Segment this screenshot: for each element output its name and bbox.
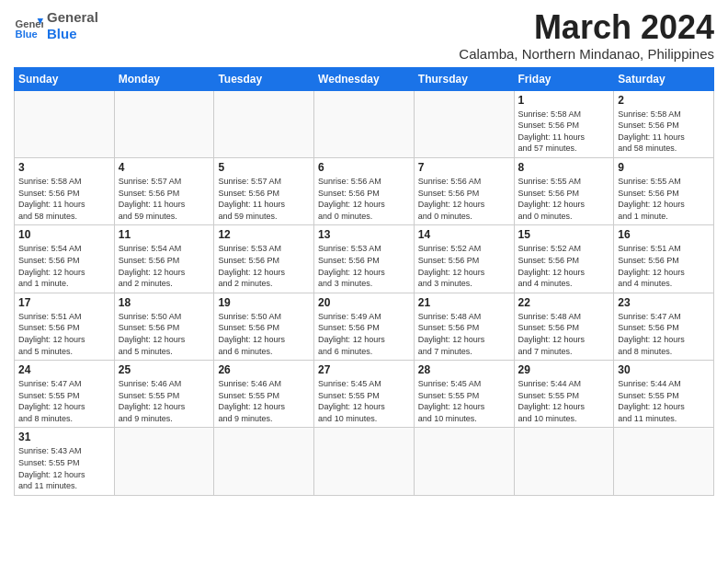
weekday-header-thursday: Thursday xyxy=(414,67,514,90)
calendar-cell: 4Sunrise: 5:57 AM Sunset: 5:56 PM Daylig… xyxy=(114,157,214,224)
cell-info: Sunrise: 5:52 AM Sunset: 5:56 PM Dayligh… xyxy=(518,243,610,289)
calendar-cell: 11Sunrise: 5:54 AM Sunset: 5:56 PM Dayli… xyxy=(114,225,214,293)
week-row-2: 10Sunrise: 5:54 AM Sunset: 5:56 PM Dayli… xyxy=(15,225,714,293)
weekday-header-sunday: Sunday xyxy=(15,67,115,90)
calendar-cell xyxy=(214,428,314,495)
calendar-cell: 18Sunrise: 5:50 AM Sunset: 5:56 PM Dayli… xyxy=(114,293,214,360)
cell-info: Sunrise: 5:47 AM Sunset: 5:55 PM Dayligh… xyxy=(18,378,110,424)
day-number: 15 xyxy=(518,228,610,241)
calendar-cell: 9Sunrise: 5:55 AM Sunset: 5:56 PM Daylig… xyxy=(614,157,714,224)
day-number: 29 xyxy=(518,363,610,376)
weekday-header-friday: Friday xyxy=(514,67,614,90)
cell-info: Sunrise: 5:51 AM Sunset: 5:56 PM Dayligh… xyxy=(618,243,710,289)
cell-info: Sunrise: 5:46 AM Sunset: 5:55 PM Dayligh… xyxy=(218,378,310,424)
weekday-header-row: SundayMondayTuesdayWednesdayThursdayFrid… xyxy=(15,67,714,90)
cell-info: Sunrise: 5:52 AM Sunset: 5:56 PM Dayligh… xyxy=(418,243,510,289)
calendar-cell xyxy=(114,90,214,157)
day-number: 11 xyxy=(119,228,210,241)
day-number: 26 xyxy=(218,363,310,376)
calendar-cell: 29Sunrise: 5:44 AM Sunset: 5:55 PM Dayli… xyxy=(514,361,614,428)
day-number: 18 xyxy=(119,296,210,309)
calendar-cell: 27Sunrise: 5:45 AM Sunset: 5:55 PM Dayli… xyxy=(314,361,415,428)
day-number: 10 xyxy=(18,228,110,241)
day-number: 13 xyxy=(318,228,410,241)
day-number: 28 xyxy=(418,363,510,376)
day-number: 8 xyxy=(518,161,610,174)
cell-info: Sunrise: 5:51 AM Sunset: 5:56 PM Dayligh… xyxy=(18,311,110,357)
day-number: 17 xyxy=(18,296,110,309)
cell-info: Sunrise: 5:48 AM Sunset: 5:56 PM Dayligh… xyxy=(518,311,610,357)
month-title: March 2024 xyxy=(459,9,714,46)
weekday-header-wednesday: Wednesday xyxy=(314,67,415,90)
calendar-cell: 17Sunrise: 5:51 AM Sunset: 5:56 PM Dayli… xyxy=(15,293,115,360)
cell-info: Sunrise: 5:55 AM Sunset: 5:56 PM Dayligh… xyxy=(618,176,710,222)
weekday-header-monday: Monday xyxy=(114,67,214,90)
day-number: 9 xyxy=(618,161,710,174)
calendar-cell xyxy=(314,428,415,495)
cell-info: Sunrise: 5:55 AM Sunset: 5:56 PM Dayligh… xyxy=(518,176,610,222)
cell-info: Sunrise: 5:49 AM Sunset: 5:56 PM Dayligh… xyxy=(318,311,410,357)
day-number: 23 xyxy=(618,296,710,309)
logo-icon: General Blue xyxy=(14,11,43,40)
week-row-1: 3Sunrise: 5:58 AM Sunset: 5:56 PM Daylig… xyxy=(15,157,714,224)
logo-general: General xyxy=(47,9,98,26)
cell-info: Sunrise: 5:44 AM Sunset: 5:55 PM Dayligh… xyxy=(618,378,710,424)
cell-info: Sunrise: 5:50 AM Sunset: 5:56 PM Dayligh… xyxy=(119,311,210,357)
day-number: 3 xyxy=(18,161,110,174)
week-row-3: 17Sunrise: 5:51 AM Sunset: 5:56 PM Dayli… xyxy=(15,293,714,360)
calendar-cell: 31Sunrise: 5:43 AM Sunset: 5:55 PM Dayli… xyxy=(15,428,115,495)
day-number: 21 xyxy=(418,296,510,309)
calendar-cell: 30Sunrise: 5:44 AM Sunset: 5:55 PM Dayli… xyxy=(614,361,714,428)
day-number: 6 xyxy=(318,161,410,174)
cell-info: Sunrise: 5:58 AM Sunset: 5:56 PM Dayligh… xyxy=(618,109,710,155)
calendar-cell xyxy=(614,428,714,495)
day-number: 22 xyxy=(518,296,610,309)
calendar-cell: 13Sunrise: 5:53 AM Sunset: 5:56 PM Dayli… xyxy=(314,225,415,293)
day-number: 14 xyxy=(418,228,510,241)
cell-info: Sunrise: 5:47 AM Sunset: 5:56 PM Dayligh… xyxy=(618,311,710,357)
day-number: 5 xyxy=(218,161,310,174)
day-number: 2 xyxy=(618,94,710,107)
day-number: 31 xyxy=(18,431,110,443)
calendar-cell xyxy=(314,90,415,157)
title-section: March 2024 Calamba, Northern Mindanao, P… xyxy=(459,9,714,62)
cell-info: Sunrise: 5:53 AM Sunset: 5:56 PM Dayligh… xyxy=(218,243,310,289)
weekday-header-tuesday: Tuesday xyxy=(214,67,314,90)
calendar-cell: 3Sunrise: 5:58 AM Sunset: 5:56 PM Daylig… xyxy=(15,157,115,224)
calendar-cell xyxy=(214,90,314,157)
calendar-cell xyxy=(414,428,514,495)
cell-info: Sunrise: 5:57 AM Sunset: 5:56 PM Dayligh… xyxy=(218,176,310,222)
day-number: 30 xyxy=(618,363,710,376)
location-title: Calamba, Northern Mindanao, Philippines xyxy=(459,46,714,62)
calendar-cell: 15Sunrise: 5:52 AM Sunset: 5:56 PM Dayli… xyxy=(514,225,614,293)
cell-info: Sunrise: 5:58 AM Sunset: 5:56 PM Dayligh… xyxy=(518,109,610,155)
day-number: 20 xyxy=(318,296,410,309)
week-row-4: 24Sunrise: 5:47 AM Sunset: 5:55 PM Dayli… xyxy=(15,361,714,428)
calendar-cell xyxy=(114,428,214,495)
calendar-cell: 1Sunrise: 5:58 AM Sunset: 5:56 PM Daylig… xyxy=(514,90,614,157)
day-number: 1 xyxy=(518,94,610,107)
day-number: 27 xyxy=(318,363,410,376)
calendar-cell: 28Sunrise: 5:45 AM Sunset: 5:55 PM Dayli… xyxy=(414,361,514,428)
cell-info: Sunrise: 5:57 AM Sunset: 5:56 PM Dayligh… xyxy=(119,176,210,222)
day-number: 4 xyxy=(119,161,210,174)
logo: General Blue General Blue xyxy=(14,9,98,42)
cell-info: Sunrise: 5:54 AM Sunset: 5:56 PM Dayligh… xyxy=(18,243,110,289)
svg-text:Blue: Blue xyxy=(16,29,38,40)
cell-info: Sunrise: 5:45 AM Sunset: 5:55 PM Dayligh… xyxy=(418,378,510,424)
week-row-5: 31Sunrise: 5:43 AM Sunset: 5:55 PM Dayli… xyxy=(15,428,714,495)
calendar-cell: 12Sunrise: 5:53 AM Sunset: 5:56 PM Dayli… xyxy=(214,225,314,293)
week-row-0: 1Sunrise: 5:58 AM Sunset: 5:56 PM Daylig… xyxy=(15,90,714,157)
calendar-cell: 16Sunrise: 5:51 AM Sunset: 5:56 PM Dayli… xyxy=(614,225,714,293)
calendar-cell: 26Sunrise: 5:46 AM Sunset: 5:55 PM Dayli… xyxy=(214,361,314,428)
cell-info: Sunrise: 5:44 AM Sunset: 5:55 PM Dayligh… xyxy=(518,378,610,424)
day-number: 12 xyxy=(218,228,310,241)
logo-blue: Blue xyxy=(47,26,98,42)
cell-info: Sunrise: 5:48 AM Sunset: 5:56 PM Dayligh… xyxy=(418,311,510,357)
calendar-cell: 2Sunrise: 5:58 AM Sunset: 5:56 PM Daylig… xyxy=(614,90,714,157)
calendar-cell: 19Sunrise: 5:50 AM Sunset: 5:56 PM Dayli… xyxy=(214,293,314,360)
day-number: 19 xyxy=(218,296,310,309)
calendar-cell: 6Sunrise: 5:56 AM Sunset: 5:56 PM Daylig… xyxy=(314,157,415,224)
calendar-cell xyxy=(414,90,514,157)
cell-info: Sunrise: 5:56 AM Sunset: 5:56 PM Dayligh… xyxy=(418,176,510,222)
